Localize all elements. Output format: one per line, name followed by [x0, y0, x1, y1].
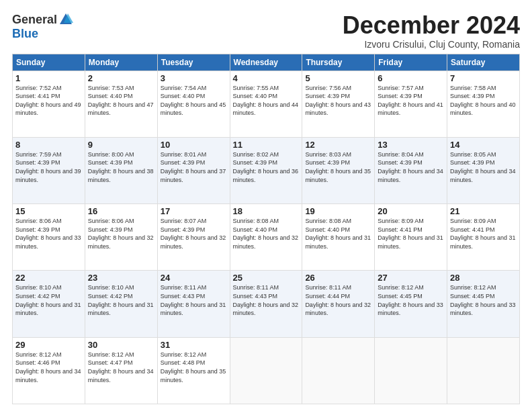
calendar-week-row: 15 Sunrise: 8:06 AMSunset: 4:39 PMDaylig…: [13, 204, 520, 271]
day-number: 24: [161, 273, 227, 283]
calendar-cell: 15 Sunrise: 8:06 AMSunset: 4:39 PMDaylig…: [13, 204, 85, 271]
day-number: 11: [233, 140, 300, 150]
day-number: 18: [233, 206, 300, 216]
day-number: 3: [161, 73, 227, 83]
logo-icon: [58, 12, 73, 27]
logo-blue-text: Blue: [12, 27, 38, 41]
day-number: 29: [15, 340, 82, 350]
day-number: 15: [15, 206, 82, 216]
day-info: Sunrise: 8:09 AMSunset: 4:41 PMDaylight:…: [378, 218, 443, 250]
day-info: Sunrise: 8:08 AMSunset: 4:40 PMDaylight:…: [233, 218, 299, 250]
calendar-cell: 9 Sunrise: 8:00 AMSunset: 4:39 PMDayligh…: [85, 137, 157, 203]
calendar-cell: 12 Sunrise: 8:03 AMSunset: 4:39 PMDaylig…: [302, 137, 375, 203]
day-number: 23: [88, 273, 154, 283]
calendar-cell: 7 Sunrise: 7:58 AMSunset: 4:39 PMDayligh…: [447, 71, 520, 137]
day-number: 16: [88, 206, 154, 216]
calendar-cell: [447, 337, 520, 404]
day-info: Sunrise: 7:54 AMSunset: 4:40 PMDaylight:…: [161, 85, 226, 117]
calendar-header-thursday: Thursday: [302, 54, 375, 71]
day-number: 9: [88, 140, 154, 150]
day-info: Sunrise: 7:59 AMSunset: 4:39 PMDaylight:…: [15, 151, 81, 183]
day-number: 22: [15, 273, 82, 283]
month-title: December 2024: [343, 12, 520, 39]
day-number: 6: [378, 73, 444, 83]
logo: General Blue: [12, 12, 73, 41]
calendar-cell: 18 Sunrise: 8:08 AMSunset: 4:40 PMDaylig…: [230, 204, 302, 271]
day-number: 13: [378, 140, 444, 150]
calendar-cell: [375, 337, 447, 404]
day-number: 26: [305, 273, 371, 283]
location-title: Izvoru Crisului, Cluj County, Romania: [343, 39, 520, 50]
calendar-cell: 20 Sunrise: 8:09 AMSunset: 4:41 PMDaylig…: [375, 204, 447, 271]
calendar-cell: 28 Sunrise: 8:12 AMSunset: 4:45 PMDaylig…: [447, 271, 520, 337]
day-number: 27: [378, 273, 444, 283]
day-info: Sunrise: 7:53 AMSunset: 4:40 PMDaylight:…: [88, 85, 154, 117]
day-info: Sunrise: 7:57 AMSunset: 4:39 PMDaylight:…: [378, 85, 443, 117]
page: General Blue December 2024 Izvoru Crisul…: [0, 0, 532, 411]
day-info: Sunrise: 8:12 AMSunset: 4:45 PMDaylight:…: [450, 284, 516, 316]
day-info: Sunrise: 8:12 AMSunset: 4:47 PMDaylight:…: [88, 351, 154, 383]
day-info: Sunrise: 8:06 AMSunset: 4:39 PMDaylight:…: [88, 218, 154, 250]
day-number: 12: [305, 140, 371, 150]
calendar-cell: [302, 337, 375, 404]
day-number: 4: [233, 73, 300, 83]
calendar-cell: 14 Sunrise: 8:05 AMSunset: 4:39 PMDaylig…: [447, 137, 520, 203]
day-info: Sunrise: 7:56 AMSunset: 4:39 PMDaylight:…: [305, 85, 371, 117]
day-info: Sunrise: 8:12 AMSunset: 4:45 PMDaylight:…: [378, 284, 443, 316]
day-number: 10: [161, 140, 227, 150]
day-number: 7: [450, 73, 517, 83]
day-info: Sunrise: 8:12 AMSunset: 4:46 PMDaylight:…: [15, 351, 81, 383]
day-number: 28: [450, 273, 517, 283]
calendar-header-wednesday: Wednesday: [230, 54, 302, 71]
day-number: 21: [450, 206, 517, 216]
day-info: Sunrise: 8:12 AMSunset: 4:48 PMDaylight:…: [161, 351, 226, 383]
day-info: Sunrise: 8:04 AMSunset: 4:39 PMDaylight:…: [378, 151, 443, 183]
calendar-cell: 30 Sunrise: 8:12 AMSunset: 4:47 PMDaylig…: [85, 337, 157, 404]
day-info: Sunrise: 8:07 AMSunset: 4:39 PMDaylight:…: [161, 218, 226, 250]
day-number: 8: [15, 140, 82, 150]
day-number: 17: [161, 206, 227, 216]
calendar-cell: 16 Sunrise: 8:06 AMSunset: 4:39 PMDaylig…: [85, 204, 157, 271]
day-info: Sunrise: 7:58 AMSunset: 4:39 PMDaylight:…: [450, 85, 516, 117]
calendar-cell: 21 Sunrise: 8:09 AMSunset: 4:41 PMDaylig…: [447, 204, 520, 271]
day-number: 5: [305, 73, 371, 83]
day-info: Sunrise: 8:00 AMSunset: 4:39 PMDaylight:…: [88, 151, 154, 183]
day-info: Sunrise: 8:09 AMSunset: 4:41 PMDaylight:…: [450, 218, 516, 250]
calendar-cell: 1 Sunrise: 7:52 AMSunset: 4:41 PMDayligh…: [13, 71, 85, 137]
calendar-cell: 6 Sunrise: 7:57 AMSunset: 4:39 PMDayligh…: [375, 71, 447, 137]
calendar-week-row: 8 Sunrise: 7:59 AMSunset: 4:39 PMDayligh…: [13, 137, 520, 203]
calendar-header-friday: Friday: [375, 54, 447, 71]
calendar-week-row: 1 Sunrise: 7:52 AMSunset: 4:41 PMDayligh…: [13, 71, 520, 137]
calendar-cell: 27 Sunrise: 8:12 AMSunset: 4:45 PMDaylig…: [375, 271, 447, 337]
calendar-header-sunday: Sunday: [13, 54, 85, 71]
day-info: Sunrise: 8:05 AMSunset: 4:39 PMDaylight:…: [450, 151, 516, 183]
title-block: December 2024 Izvoru Crisului, Cluj Coun…: [343, 12, 520, 50]
calendar-week-row: 22 Sunrise: 8:10 AMSunset: 4:42 PMDaylig…: [13, 271, 520, 337]
calendar-header-row: SundayMondayTuesdayWednesdayThursdayFrid…: [13, 54, 520, 71]
day-info: Sunrise: 8:11 AMSunset: 4:43 PMDaylight:…: [233, 284, 299, 316]
day-number: 19: [305, 206, 371, 216]
day-number: 14: [450, 140, 517, 150]
day-number: 2: [88, 73, 154, 83]
day-info: Sunrise: 8:03 AMSunset: 4:39 PMDaylight:…: [305, 151, 371, 183]
calendar-cell: 26 Sunrise: 8:11 AMSunset: 4:44 PMDaylig…: [302, 271, 375, 337]
calendar-cell: 13 Sunrise: 8:04 AMSunset: 4:39 PMDaylig…: [375, 137, 447, 203]
day-info: Sunrise: 7:55 AMSunset: 4:40 PMDaylight:…: [233, 85, 299, 117]
calendar-cell: 5 Sunrise: 7:56 AMSunset: 4:39 PMDayligh…: [302, 71, 375, 137]
day-info: Sunrise: 7:52 AMSunset: 4:41 PMDaylight:…: [15, 85, 81, 117]
calendar-cell: 10 Sunrise: 8:01 AMSunset: 4:39 PMDaylig…: [157, 137, 230, 203]
calendar-week-row: 29 Sunrise: 8:12 AMSunset: 4:46 PMDaylig…: [13, 337, 520, 404]
calendar-header-monday: Monday: [85, 54, 157, 71]
calendar-header-tuesday: Tuesday: [157, 54, 230, 71]
day-number: 25: [233, 273, 300, 283]
day-info: Sunrise: 8:01 AMSunset: 4:39 PMDaylight:…: [161, 151, 226, 183]
header: General Blue December 2024 Izvoru Crisul…: [12, 12, 520, 50]
calendar-cell: [230, 337, 302, 404]
calendar-cell: 4 Sunrise: 7:55 AMSunset: 4:40 PMDayligh…: [230, 71, 302, 137]
calendar-cell: 3 Sunrise: 7:54 AMSunset: 4:40 PMDayligh…: [157, 71, 230, 137]
day-info: Sunrise: 8:11 AMSunset: 4:44 PMDaylight:…: [305, 284, 371, 316]
calendar-cell: 11 Sunrise: 8:02 AMSunset: 4:39 PMDaylig…: [230, 137, 302, 203]
calendar-cell: 8 Sunrise: 7:59 AMSunset: 4:39 PMDayligh…: [13, 137, 85, 203]
calendar-cell: 2 Sunrise: 7:53 AMSunset: 4:40 PMDayligh…: [85, 71, 157, 137]
day-info: Sunrise: 8:10 AMSunset: 4:42 PMDaylight:…: [15, 284, 81, 316]
